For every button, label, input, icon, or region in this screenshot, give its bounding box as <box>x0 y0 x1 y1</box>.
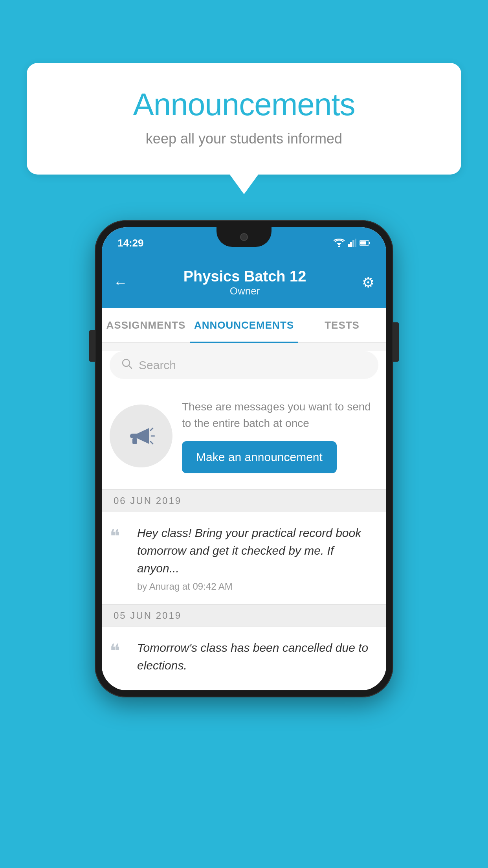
date-divider-2: 05 JUN 2019 <box>102 604 386 627</box>
speech-bubble: Announcements keep all your students inf… <box>27 63 461 175</box>
make-announcement-button[interactable]: Make an announcement <box>182 441 337 473</box>
announcement-body-2: Tomorrow's class has been cancelled due … <box>137 639 374 678</box>
tab-tests[interactable]: TESTS <box>298 308 386 342</box>
svg-rect-11 <box>132 438 137 444</box>
phone-device: 14:29 <box>95 220 393 697</box>
megaphone-icon <box>125 420 157 452</box>
phone-screen: 14:29 <box>102 227 386 690</box>
svg-line-14 <box>150 441 153 444</box>
quote-icon-1: ❝ <box>110 524 129 592</box>
battery-icon <box>360 240 371 246</box>
page-subtitle: keep all your students informed <box>58 131 430 147</box>
announcement-item-2[interactable]: ❝ Tomorrow's class has been cancelled du… <box>102 627 386 690</box>
quote-icon-2: ❝ <box>110 639 129 678</box>
tab-announcements[interactable]: ANNOUNCEMENTS <box>190 308 298 342</box>
intro-description: These are messages you want to send to t… <box>182 399 378 432</box>
announcement-meta-1: by Anurag at 09:42 AM <box>137 581 374 592</box>
svg-rect-3 <box>350 242 352 247</box>
tab-assignments[interactable]: ASSIGNMENTS <box>102 308 190 342</box>
svg-rect-4 <box>352 240 354 247</box>
batch-title: Physics Batch 12 <box>128 268 362 285</box>
search-icon <box>121 358 132 372</box>
svg-line-10 <box>129 366 132 368</box>
page-title: Announcements <box>58 86 430 123</box>
wifi-icon <box>334 239 345 247</box>
phone-notch <box>216 227 272 247</box>
app-header: ← Physics Batch 12 Owner ⚙ <box>102 259 386 308</box>
speech-bubble-section: Announcements keep all your students inf… <box>27 63 461 175</box>
svg-rect-7 <box>369 242 370 244</box>
svg-rect-8 <box>360 241 366 245</box>
svg-rect-5 <box>355 239 356 247</box>
camera <box>240 233 248 241</box>
batch-role: Owner <box>128 285 362 297</box>
settings-button[interactable]: ⚙ <box>362 274 374 291</box>
tabs-bar: ASSIGNMENTS ANNOUNCEMENTS TESTS <box>102 308 386 343</box>
intro-right: These are messages you want to send to t… <box>182 399 378 473</box>
megaphone-icon-circle <box>110 405 172 467</box>
date-divider-1: 06 JUN 2019 <box>102 489 386 512</box>
announcement-body-1: Hey class! Bring your practical record b… <box>137 524 374 592</box>
phone-body: 14:29 <box>95 220 393 697</box>
search-placeholder: Search <box>139 359 176 372</box>
announcement-item-1[interactable]: ❝ Hey class! Bring your practical record… <box>102 512 386 604</box>
header-center: Physics Batch 12 Owner <box>128 268 362 297</box>
back-button[interactable]: ← <box>114 274 128 291</box>
svg-point-1 <box>338 246 340 248</box>
signal-icon <box>348 239 356 247</box>
announcement-message-2: Tomorrow's class has been cancelled due … <box>137 639 374 674</box>
content-area: Search These are messages <box>102 351 386 690</box>
announcement-intro-card: These are messages you want to send to t… <box>102 387 386 489</box>
search-bar[interactable]: Search <box>110 351 378 379</box>
status-time: 14:29 <box>117 237 144 249</box>
svg-rect-2 <box>348 244 350 247</box>
status-bar: 14:29 <box>102 227 386 259</box>
status-icons <box>334 239 371 247</box>
svg-line-12 <box>150 428 153 430</box>
svg-marker-0 <box>337 243 341 246</box>
announcement-message-1: Hey class! Bring your practical record b… <box>137 524 374 577</box>
